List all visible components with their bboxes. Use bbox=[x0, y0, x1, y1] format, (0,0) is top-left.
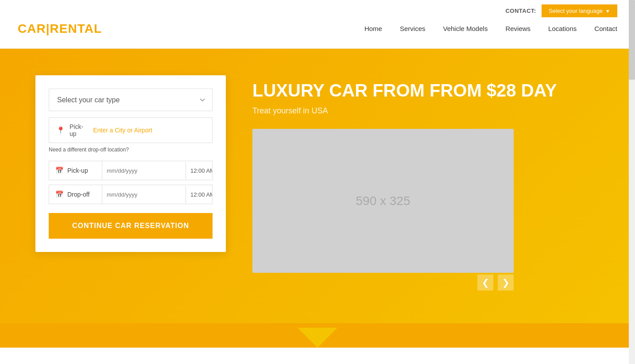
contact-label: CONTACT: bbox=[505, 8, 536, 14]
different-dropoff-link[interactable]: Need a different drop-off location? bbox=[49, 147, 213, 153]
pickup-field: 📍 Pick-up bbox=[49, 117, 213, 143]
logo-text-car: CAR bbox=[18, 22, 46, 35]
carousel-prev-button[interactable]: ❮ bbox=[477, 275, 493, 290]
calendar-icon-2: 📅 bbox=[55, 190, 64, 198]
continue-reservation-button[interactable]: CONTINUE CAR RESERVATION bbox=[49, 213, 213, 239]
bottom-arrow-section bbox=[0, 323, 635, 348]
nav-item-locations[interactable]: Locations bbox=[548, 25, 577, 32]
chevron-down-icon: ▼ bbox=[605, 8, 610, 14]
pickup-date-row: 📅 Pick-up 12:00 AM 12:30 AM 1:00 AM 6:00… bbox=[49, 161, 213, 180]
nav-item-contact[interactable]: Contact bbox=[594, 25, 617, 32]
language-label: Select your language bbox=[549, 8, 603, 14]
scrollbar-track[interactable] bbox=[629, 0, 635, 348]
booking-form: Select your car type Economy Compact SUV… bbox=[35, 75, 226, 252]
pickup-label: Pick-up bbox=[70, 123, 85, 137]
dropoff-date-text: Drop-off bbox=[67, 191, 89, 198]
hero-content: LUXURY CAR FROM FROM $28 DAY Treat yours… bbox=[226, 75, 600, 273]
language-selector-button[interactable]: Select your language ▼ bbox=[542, 4, 617, 17]
dropoff-date-row: 📅 Drop-off 12:00 AM 12:30 AM 1:00 AM 6:0… bbox=[49, 185, 213, 204]
nav-item-reviews[interactable]: Reviews bbox=[505, 25, 530, 32]
car-type-select[interactable]: Select your car type Economy Compact SUV… bbox=[49, 89, 213, 111]
hero-title: LUXURY CAR FROM FROM $28 DAY bbox=[252, 80, 600, 101]
header: CONTACT: Select your language ▼ CAR|RENT… bbox=[0, 0, 635, 49]
pickup-date-input[interactable] bbox=[102, 162, 186, 179]
nav-item-services[interactable]: Services bbox=[400, 25, 426, 32]
hero-subtitle: Treat yourself in USA bbox=[252, 106, 600, 116]
carousel-controls: ❮ ❯ bbox=[477, 275, 514, 290]
carousel-next-button[interactable]: ❯ bbox=[498, 275, 514, 290]
image-dimensions-label: 590 x 325 bbox=[356, 194, 410, 208]
pickup-date-label: 📅 Pick-up bbox=[49, 161, 102, 180]
main-nav: Home Services Vehicle Models Reviews Loc… bbox=[364, 25, 617, 32]
calendar-icon: 📅 bbox=[55, 167, 64, 174]
dropoff-date-input[interactable] bbox=[102, 186, 186, 203]
logo: CAR|RENTAL bbox=[18, 22, 102, 36]
logo-separator: | bbox=[46, 22, 50, 35]
hero-section: Select your car type Economy Compact SUV… bbox=[0, 49, 635, 323]
pickup-time-select[interactable]: 12:00 AM 12:30 AM 1:00 AM 6:00 AM 12:00 … bbox=[186, 162, 213, 179]
scrollbar-thumb[interactable] bbox=[629, 0, 635, 80]
nav-item-vehicle-models[interactable]: Vehicle Models bbox=[443, 25, 488, 32]
down-arrow-indicator bbox=[298, 328, 337, 348]
pickup-input[interactable] bbox=[93, 127, 205, 134]
location-pin-icon: 📍 bbox=[56, 126, 65, 135]
pickup-date-text: Pick-up bbox=[67, 167, 88, 174]
dropoff-time-select[interactable]: 12:00 AM 12:30 AM 1:00 AM 6:00 AM 12:00 … bbox=[186, 186, 213, 203]
logo-text-rental: RENTAL bbox=[50, 22, 102, 35]
nav-item-home[interactable]: Home bbox=[364, 25, 382, 32]
hero-image: 590 x 325 bbox=[252, 129, 514, 273]
top-bar: CONTACT: Select your language ▼ bbox=[505, 0, 635, 17]
dropoff-date-label: 📅 Drop-off bbox=[49, 185, 102, 204]
